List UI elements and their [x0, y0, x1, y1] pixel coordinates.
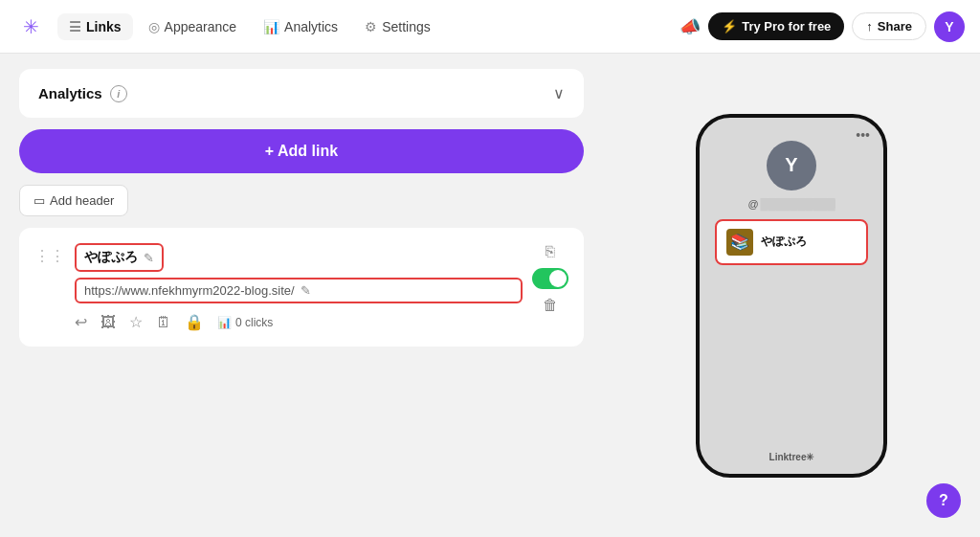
link-title-text: やぽぷろ — [84, 249, 138, 266]
nav-settings-label: Settings — [382, 19, 431, 34]
chevron-down-icon: ∨ — [553, 84, 565, 102]
clicks-count: 0 clicks — [235, 316, 273, 329]
analytics-icon: 📊 — [263, 19, 279, 34]
header-square-icon: ▭ — [33, 193, 45, 208]
analytics-section[interactable]: Analytics i ∨ — [19, 69, 584, 118]
delete-icon[interactable]: 🗑 — [543, 297, 558, 314]
nav-analytics-label: Analytics — [284, 19, 338, 34]
info-icon[interactable]: i — [110, 85, 127, 102]
help-button[interactable]: ? — [926, 483, 961, 518]
link-title-box: やぽぷろ ✎ — [75, 243, 164, 272]
analytics-section-left: Analytics i — [38, 85, 127, 102]
highlight-icon[interactable]: ↩ — [75, 313, 87, 331]
chart-icon: 📊 — [217, 316, 232, 329]
lightning-icon: ⚡ — [722, 19, 737, 34]
link-url-text: https://www.nfekhmyrm2022-blog.site/ — [84, 283, 295, 298]
main-layout: Analytics i ∨ + Add link ▭ Add header ⋮⋮… — [0, 54, 980, 537]
link-title-row: やぽぷろ ✎ — [75, 243, 523, 272]
drag-handle[interactable]: ⋮⋮ — [34, 243, 65, 265]
analytics-section-label: Analytics — [38, 85, 102, 101]
phone-link-card[interactable]: 📚 やぽぷろ — [715, 219, 868, 265]
phone-options-icon[interactable]: ••• — [856, 127, 870, 143]
appearance-icon: ◎ — [148, 19, 160, 34]
link-card-inner: やぽぷろ ✎ https://www.nfekhmyrm2022-blog.si… — [75, 243, 523, 331]
star-icon[interactable]: ☆ — [129, 313, 143, 331]
try-pro-button[interactable]: ⚡ Try Pro for free — [708, 12, 844, 40]
nav-item-settings[interactable]: ⚙ Settings — [353, 13, 442, 40]
add-link-button[interactable]: + Add link — [19, 129, 584, 173]
phone-username: @ ██████████ — [747, 198, 835, 210]
bell-icon[interactable]: 📣 — [679, 16, 701, 37]
link-actions-row: ↩ 🖼 ☆ 🗓 🔒 📊 0 clicks — [75, 313, 523, 331]
phone-avatar: Y — [767, 141, 816, 190]
right-panel: ••• Y @ ██████████ 📚 やぽぷろ Linktree✳ — [603, 54, 980, 537]
settings-icon: ⚙ — [365, 19, 377, 34]
clicks-badge: 📊 0 clicks — [217, 316, 273, 329]
link-card: ⋮⋮ やぽぷろ ✎ https://www.nfekhmyrm2022-blog… — [19, 228, 584, 347]
nav-item-appearance[interactable]: ◎ Appearance — [137, 13, 249, 40]
image-icon[interactable]: 🖼 — [100, 314, 116, 331]
share-icon: ↑ — [866, 19, 873, 34]
phone-preview: ••• Y @ ██████████ 📚 やぽぷろ Linktree✳ — [696, 114, 887, 478]
edit-title-icon[interactable]: ✎ — [144, 251, 154, 265]
link-card-right: ⎘ 🗑 — [532, 243, 568, 314]
phone-footer-brand: Linktree✳ — [769, 452, 814, 462]
share-button[interactable]: ↑ Share — [852, 12, 926, 40]
share-label: Share — [878, 19, 912, 34]
copy-icon[interactable]: ⎘ — [546, 243, 555, 260]
add-link-label: + Add link — [265, 143, 338, 160]
logo-icon[interactable]: ✳ — [15, 11, 46, 42]
toggle-switch[interactable] — [532, 268, 568, 289]
edit-url-icon[interactable]: ✎ — [301, 283, 311, 298]
links-icon: ☰ — [69, 19, 81, 34]
left-panel: Analytics i ∨ + Add link ▭ Add header ⋮⋮… — [0, 54, 603, 537]
link-url-box: https://www.nfekhmyrm2022-blog.site/ ✎ — [75, 278, 523, 303]
nav-right-actions: 📣 ⚡ Try Pro for free ↑ Share Y — [679, 11, 965, 42]
add-header-button[interactable]: ▭ Add header — [19, 185, 128, 216]
phone-link-title: やぽぷろ — [761, 234, 807, 250]
avatar[interactable]: Y — [934, 11, 965, 42]
schedule-icon[interactable]: 🗓 — [156, 314, 171, 331]
nav-links-label: Links — [86, 19, 122, 34]
phone-link-thumbnail: 📚 — [726, 229, 753, 256]
nav-item-analytics[interactable]: 📊 Analytics — [252, 13, 349, 40]
nav-item-links[interactable]: ☰ Links — [57, 13, 133, 40]
try-pro-label: Try Pro for free — [742, 19, 831, 34]
lock-icon[interactable]: 🔒 — [185, 313, 204, 331]
add-header-label: Add header — [50, 193, 114, 208]
nav-appearance-label: Appearance — [165, 19, 237, 34]
top-navigation: ✳ ☰ Links ◎ Appearance 📊 Analytics ⚙ Set… — [0, 0, 980, 54]
